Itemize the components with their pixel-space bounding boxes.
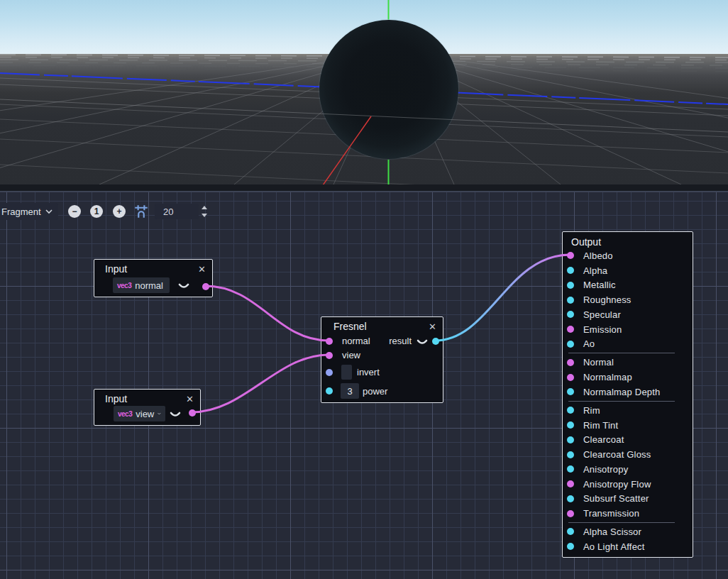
- output-port-row: Albedo: [563, 248, 693, 263]
- output-port-label: Subsurf Scatter: [583, 493, 649, 504]
- port-rim[interactable]: [567, 407, 574, 414]
- port-normal[interactable]: [567, 359, 574, 366]
- port-clearcoat[interactable]: [567, 436, 574, 443]
- node-title-bar[interactable]: Input ✕: [94, 260, 212, 275]
- output-port-row: Anisotropy: [563, 462, 693, 477]
- port-transmission[interactable]: [567, 510, 574, 517]
- red-axis-line: [323, 116, 371, 184]
- output-port-label: Alpha: [583, 265, 607, 276]
- close-icon[interactable]: ✕: [429, 322, 436, 331]
- port-metallic[interactable]: [567, 282, 574, 289]
- zoom-in-button[interactable]: +: [113, 205, 126, 218]
- output-port-row: Clearcoat Gloss: [563, 447, 693, 462]
- node-title-bar[interactable]: Input ✕: [94, 390, 200, 405]
- port-fresnel-result[interactable]: [432, 338, 439, 345]
- output-port-label: Anisotropy Flow: [583, 479, 651, 490]
- port-label-power: power: [363, 386, 387, 397]
- port-roughness[interactable]: [567, 297, 574, 304]
- snap-distance-field[interactable]: 20: [155, 204, 199, 219]
- node-title: Input: [105, 263, 198, 275]
- node-input-normal[interactable]: Input ✕ vec3 normal: [94, 259, 213, 297]
- node-output[interactable]: Output AlbedoAlphaMetallicRoughnessSpecu…: [562, 231, 693, 558]
- preview-toggle-icon[interactable]: [178, 283, 189, 290]
- output-port-label: Roughness: [583, 294, 632, 305]
- output-port-label: Alpha Scissor: [583, 526, 641, 537]
- output-port-row: Normalmap: [563, 370, 693, 385]
- port-emission[interactable]: [567, 326, 574, 333]
- port-subsurf-scatter[interactable]: [567, 495, 574, 502]
- port-anisotropy[interactable]: [567, 465, 574, 473]
- port-alpha[interactable]: [567, 267, 574, 274]
- output-port-row: Clearcoat: [563, 432, 693, 447]
- preview-toggle-icon[interactable]: [417, 339, 428, 346]
- output-port-label: Specular: [583, 309, 621, 320]
- zoom-reset-button[interactable]: 1: [90, 205, 103, 218]
- output-port-label: Normalmap Depth: [583, 387, 661, 397]
- invert-checkbox[interactable]: [341, 365, 352, 380]
- port-input-normal-output[interactable]: [202, 283, 209, 290]
- preview-axis-lines: [0, 0, 728, 184]
- port-ao-light-affect[interactable]: [567, 543, 574, 550]
- port-label-normal: normal: [342, 336, 370, 347]
- node-title-bar[interactable]: Output: [563, 232, 693, 248]
- dropdown-value: normal: [135, 280, 163, 291]
- viewport-splitter[interactable]: [0, 184, 728, 192]
- port-normalmap-depth[interactable]: [567, 388, 574, 395]
- output-port-row: Normalmap Depth: [563, 385, 693, 399]
- snap-toggle-button[interactable]: [134, 204, 148, 219]
- zoom-out-button[interactable]: −: [68, 205, 81, 218]
- node-input-view[interactable]: Input ✕ vec3 view: [94, 389, 201, 426]
- port-albedo[interactable]: [567, 252, 574, 259]
- wire-input-normal-to-fresnel: [205, 286, 329, 341]
- port-rim-tint[interactable]: [567, 421, 574, 429]
- output-port-row: Alpha Scissor: [563, 524, 693, 539]
- port-fresnel-invert[interactable]: [326, 369, 333, 376]
- output-port-label: Rim: [583, 405, 600, 416]
- output-port-label: Ao: [583, 338, 595, 349]
- stepper-up-icon[interactable]: [202, 206, 207, 209]
- dropdown-value: view: [136, 409, 154, 419]
- shader-stage-dropdown[interactable]: Fragment: [0, 203, 58, 220]
- port-anisotropy-flow[interactable]: [567, 480, 574, 487]
- port-alpha-scissor[interactable]: [567, 528, 574, 535]
- output-port-label: Clearcoat Gloss: [583, 449, 651, 460]
- input-type-dropdown[interactable]: vec3 normal: [113, 277, 170, 293]
- port-ao[interactable]: [567, 341, 574, 348]
- node-title-bar[interactable]: Fresnel ✕: [321, 317, 443, 333]
- stepper-down-icon[interactable]: [202, 214, 207, 217]
- snap-distance-stepper[interactable]: [201, 206, 208, 217]
- port-input-view-output[interactable]: [189, 409, 196, 417]
- output-port-label: Metallic: [583, 280, 616, 290]
- close-icon[interactable]: ✕: [186, 395, 194, 404]
- output-port-label: Clearcoat: [583, 434, 624, 445]
- output-port-row: Rim: [563, 403, 693, 418]
- output-port-label: Transmission: [583, 508, 639, 519]
- input-type-dropdown[interactable]: vec3 view: [114, 406, 165, 421]
- port-clearcoat-gloss[interactable]: [567, 451, 574, 458]
- port-specular[interactable]: [567, 311, 574, 318]
- port-normalmap[interactable]: [567, 374, 574, 381]
- port-fresnel-normal[interactable]: [326, 338, 333, 345]
- output-port-label: Ao Light Affect: [583, 541, 645, 552]
- power-value-field[interactable]: 3: [341, 383, 359, 399]
- node-title: Output: [571, 236, 686, 248]
- output-port-row: Anisotropy Flow: [563, 477, 693, 492]
- preview-toggle-icon[interactable]: [170, 412, 181, 419]
- 3d-preview-viewport: [0, 0, 728, 184]
- snap-distance-value: 20: [163, 206, 173, 217]
- output-port-label: Anisotropy: [583, 464, 628, 475]
- shader-graph-canvas[interactable]: Fragment − 1 + 20 Input: [0, 192, 728, 579]
- port-label-invert: invert: [357, 367, 380, 378]
- port-fresnel-view[interactable]: [326, 352, 333, 359]
- vec3-type-icon: vec3: [118, 410, 132, 418]
- output-port-row: Subsurf Scatter: [563, 491, 693, 506]
- node-title: Input: [105, 393, 186, 404]
- port-label-view: view: [342, 350, 360, 361]
- node-fresnel[interactable]: Fresnel ✕ normal result view invert 3 po…: [321, 316, 443, 403]
- node-title: Fresnel: [333, 321, 429, 332]
- output-port-label: Normal: [583, 357, 614, 368]
- close-icon[interactable]: ✕: [198, 265, 206, 274]
- chevron-down-icon: [45, 209, 53, 214]
- port-fresnel-power[interactable]: [326, 387, 333, 395]
- shader-stage-label: Fragment: [1, 206, 41, 217]
